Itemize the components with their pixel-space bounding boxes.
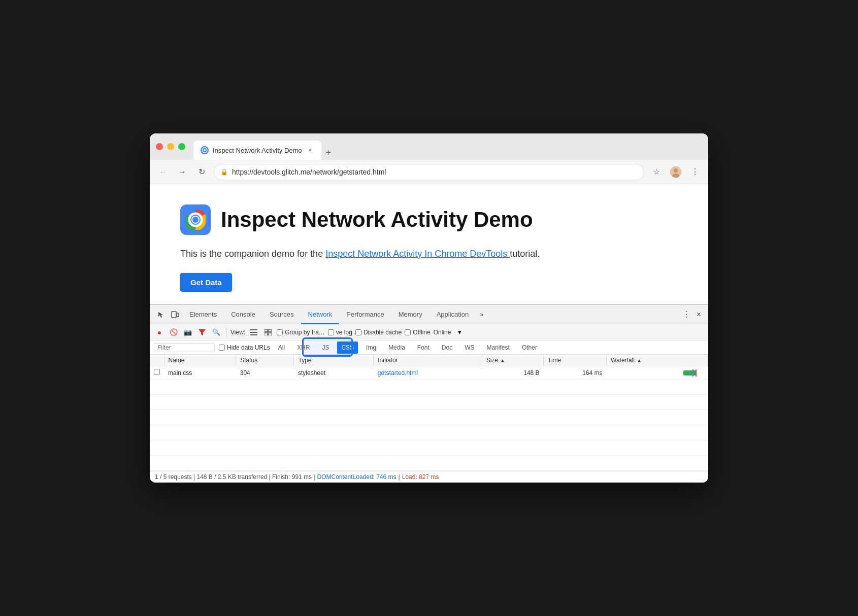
network-toolbar: ● 🚫 📷 🔍 View: [150,324,708,340]
svg-rect-16 [269,329,272,332]
filter-input[interactable] [154,343,215,352]
browser-window: Inspect Network Activity Demo × + ← → ↻ … [150,133,708,483]
device-toolbar-icon[interactable] [168,307,182,322]
filter-tab-media[interactable]: Media [384,341,409,354]
tab-application[interactable]: Application [430,305,476,324]
th-waterfall[interactable]: Waterfall▲ [607,355,708,366]
filter-tab-img[interactable]: Img [362,341,380,354]
th-checkbox [150,355,164,366]
svg-point-4 [672,174,679,178]
reload-button[interactable]: ↻ [194,165,209,179]
browser-menu-button[interactable]: ⋮ [688,165,702,179]
row-size: 148 B [482,366,543,380]
row-time: 164 ms [544,366,607,380]
devtools-more-button[interactable]: ⋮ [679,307,694,322]
filter-button[interactable] [196,327,208,338]
user-button[interactable] [669,165,683,179]
maximize-window-button[interactable] [178,143,185,150]
more-tabs-button[interactable]: » [476,311,487,318]
forward-button[interactable]: → [175,165,189,179]
filter-tab-other[interactable]: Other [518,341,541,354]
tab-elements[interactable]: Elements [182,305,224,324]
filter-tab-xhr[interactable]: XHR [293,341,314,354]
devtools-close-button[interactable]: × [694,310,704,319]
svg-point-3 [674,168,678,173]
new-tab-button[interactable]: + [321,146,336,160]
th-name[interactable]: Name [164,355,236,366]
svg-rect-15 [265,329,268,332]
search-button[interactable]: 🔍 [211,327,222,338]
svg-point-1 [204,149,206,151]
throttle-dropdown[interactable]: ▾ [454,327,465,338]
offline-checkbox[interactable]: Offline [405,329,430,336]
filter-bar: Hide data URLs All XHR JS CSS Img Media … [150,340,708,355]
status-text: 1 / 5 requests | 148 B / 2.5 KB transfer… [155,473,315,481]
group-by-frame-checkbox[interactable]: Group by fra… [277,329,325,336]
tab-favicon [201,146,209,154]
row-name: main.css [164,366,236,380]
filter-tab-js[interactable]: JS [318,341,333,354]
record-button[interactable]: ● [154,327,165,338]
th-type[interactable]: Type [294,355,374,366]
tab-performance[interactable]: Performance [339,305,391,324]
svg-rect-9 [172,312,176,318]
status-separator: | [399,473,400,481]
clear-button[interactable]: 🚫 [168,327,179,338]
tab-sources[interactable]: Sources [262,305,301,324]
table-row[interactable]: main.css 304 stylesheet getstarted.html … [150,366,708,380]
back-button[interactable]: ← [156,165,170,179]
chrome-logo [180,204,211,235]
traffic-lights [156,143,185,150]
th-status[interactable]: Status [236,355,294,366]
filter-tab-manifest[interactable]: Manifest [483,341,514,354]
bookmark-button[interactable]: ☆ [649,165,664,179]
get-data-button[interactable]: Get Data [180,273,232,292]
empty-row [150,410,708,425]
browser-tab[interactable]: Inspect Network Activity Demo × [193,141,321,160]
camera-button[interactable]: 📷 [182,327,193,338]
tab-memory[interactable]: Memory [391,305,430,324]
filter-tab-font[interactable]: Font [413,341,434,354]
disable-cache-label: Disable cache [364,329,402,336]
svg-marker-11 [199,329,206,335]
list-view-button[interactable] [248,327,259,338]
tab-bar: Inspect Network Activity Demo × + [193,133,702,160]
address-bar: ← → ↻ 🔒 https://devtools.glitch.me/netwo… [150,160,708,184]
th-time[interactable]: Time [544,355,607,366]
url-bar[interactable]: 🔒 https://devtools.glitch.me/network/get… [214,164,644,180]
network-table: Name Status Type Initiator Size▲ Time Wa… [150,355,708,471]
row-type: stylesheet [294,366,374,380]
cursor-icon[interactable] [154,307,168,322]
page-heading: Inspect Network Activity Demo [180,204,678,235]
devtools-tab-bar: Elements Console Sources Network Perform… [150,305,708,324]
filter-tab-all[interactable]: All [274,341,289,354]
empty-row [150,395,708,410]
page-content: Inspect Network Activity Demo This is th… [150,184,708,304]
filter-tab-css[interactable]: CSS [337,341,358,354]
row-checkbox-cell[interactable] [150,366,164,380]
dom-content-loaded-link[interactable]: DOMContentLoaded: 746 ms [317,473,397,481]
minimize-window-button[interactable] [167,143,174,150]
preserve-log-checkbox[interactable]: ve log [328,329,352,336]
th-initiator[interactable]: Initiator [374,355,482,366]
disable-cache-checkbox[interactable]: Disable cache [355,329,402,336]
tab-close-button[interactable]: × [306,146,314,154]
svg-rect-18 [269,333,272,335]
empty-row [150,380,708,395]
row-initiator[interactable]: getstarted.html [374,366,482,380]
page-description: This is the companion demo for the Inspe… [180,247,678,261]
th-size[interactable]: Size▲ [482,355,543,366]
tutorial-link[interactable]: Inspect Network Activity In Chrome DevTo… [325,249,510,259]
load-link[interactable]: Load: 827 ms [402,473,439,481]
row-waterfall [607,366,708,380]
hide-data-urls-label: Hide data URLs [227,344,270,351]
tab-console[interactable]: Console [224,305,262,324]
empty-row [150,456,708,471]
filter-tab-ws[interactable]: WS [460,341,478,354]
hide-data-urls-checkbox[interactable]: Hide data URLs [219,344,270,351]
tree-view-button[interactable] [262,327,274,338]
status-bar: 1 / 5 requests | 148 B / 2.5 KB transfer… [150,471,708,483]
close-window-button[interactable] [156,143,163,150]
tab-network[interactable]: Network [301,305,340,324]
filter-tab-doc[interactable]: Doc [438,341,456,354]
